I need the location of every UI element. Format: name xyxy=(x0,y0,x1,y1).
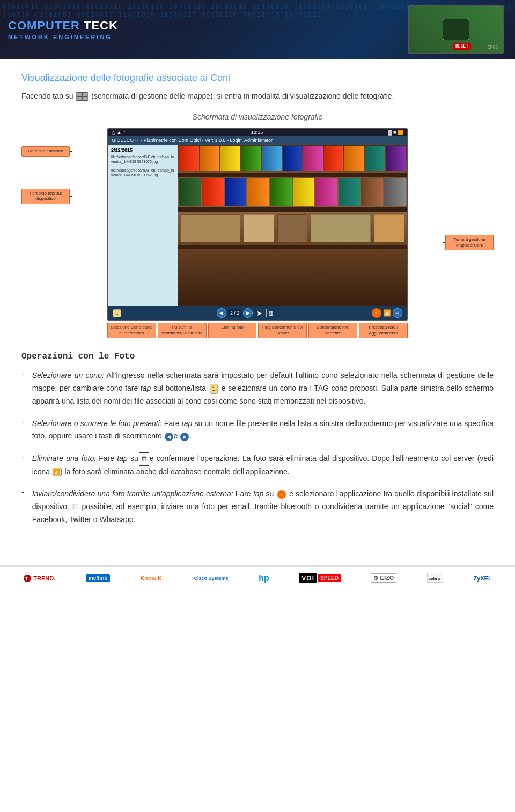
reset-label: RESET xyxy=(453,43,471,50)
device-date: 2/12/2015 xyxy=(111,147,175,153)
book-10 xyxy=(365,146,385,171)
ops-dash-3: - xyxy=(21,452,24,461)
device-time: 18:15 xyxy=(251,130,263,135)
footer-logo-hp: hp xyxy=(259,573,269,583)
callout-pulsanti-scorrimento: Pulsanti di scorrimento delle foto xyxy=(158,323,207,338)
shelf-row-1 xyxy=(178,145,407,177)
footer-speed-label: SPEED xyxy=(318,574,341,582)
device-file-path-2: file:///storage/sdcard0/Pictures/app_inv… xyxy=(111,168,175,177)
operations-section: Operazioni con le Foto - Selezionare un … xyxy=(21,352,494,526)
ops-item-1: - Selezionare un cono: All'ingresso nell… xyxy=(21,369,494,407)
shelf-row-3 xyxy=(178,212,407,249)
inline-share-icon: < xyxy=(277,490,286,499)
ops-label-1: Selezionare un cono: xyxy=(32,371,104,379)
footer-logo-voi: VOISPEED xyxy=(299,573,341,583)
inline-prev-icon: ◀ xyxy=(165,433,173,441)
ops-text-4: Inviare/condividere una foto tramite un'… xyxy=(32,488,494,526)
ops-text-1: Selezionare un cono: All'ingresso nella … xyxy=(32,369,494,407)
footer-logo-know: Know.K. xyxy=(140,575,164,582)
header: 01010011 11001010 11010110 10110100 1001… xyxy=(0,0,515,59)
header-logo: COMPUTER TECK NETWORK ENGINEERING xyxy=(8,19,118,40)
book-11 xyxy=(386,146,406,171)
cono-selector-btn[interactable]: 1 xyxy=(113,309,121,317)
right-icons-group: < 📶 ↩ xyxy=(372,308,402,318)
screenshot-caption: Schermata di visualizzazione fotografie xyxy=(21,113,494,121)
ops-label-4: Inviare/condividere una foto tramite un'… xyxy=(32,489,233,498)
book-23 xyxy=(225,178,246,206)
ops-item-4: - Inviare/condividere una foto tramite u… xyxy=(21,488,494,526)
book-4 xyxy=(241,146,261,171)
inline-next-icon: ▶ xyxy=(180,433,189,441)
footer-logo-eizo: ⊕ EIZO xyxy=(371,573,396,583)
device-status-bar: △ ▲ † 18:15 ▓ ■ 📶 xyxy=(108,129,407,136)
brand-teck: TECK xyxy=(80,19,118,32)
nav-buttons-group: ◀ 2 / 2 ▶ ➤ 🗑 xyxy=(217,308,277,318)
next-btn[interactable]: ▶ xyxy=(243,308,253,318)
svg-text:zebra: zebra xyxy=(429,576,440,581)
share-btn[interactable]: < xyxy=(372,308,381,318)
ops-item-3: - Eliminare una foto: Fare tap su🗑e conf… xyxy=(21,452,494,478)
book-3 xyxy=(220,146,240,171)
callout-elimina-foto: Elimina foto xyxy=(208,323,257,338)
ops-text-2: Selezionare o scorrere le foto presenti:… xyxy=(32,418,494,443)
footer-logo-cisco: Cisco Systems xyxy=(194,576,229,581)
ops-label-3: Eliminare una foto: xyxy=(32,454,96,463)
book-7 xyxy=(303,146,323,171)
main-content: Visualizzazione delle fotografie associa… xyxy=(0,59,515,549)
book-6 xyxy=(283,146,303,171)
page-indicator: 2 / 2 xyxy=(228,309,242,317)
book-24 xyxy=(247,178,269,206)
svg-rect-1 xyxy=(83,93,87,96)
inline-wifi-icon: 📶 xyxy=(52,467,60,478)
ops-item-2: - Selezionare o scorrere le foto present… xyxy=(21,418,494,443)
map-management-icon xyxy=(76,92,88,101)
book-2 xyxy=(200,146,220,171)
book-25 xyxy=(270,178,292,206)
wifi-sync-icon[interactable]: 📶 xyxy=(383,309,391,317)
ops-dash-2: - xyxy=(21,418,24,426)
footer-logo-mclink: mc!link xyxy=(86,574,110,582)
back-btn[interactable]: ↩ xyxy=(393,308,402,318)
prev-btn[interactable]: ◀ xyxy=(217,308,226,318)
device-signal-icons: △ ▲ † xyxy=(112,130,126,135)
footer-logo-zebra: zebra xyxy=(427,573,443,584)
footer-voi-label: VOI xyxy=(299,573,317,583)
device-photo-area xyxy=(178,145,407,306)
chip-graphic xyxy=(443,19,469,40)
book-1 xyxy=(179,146,199,171)
footer-hp-label: hp xyxy=(259,573,269,583)
cmos-label: CMOS xyxy=(488,45,498,50)
trash-btn[interactable]: 🗑 xyxy=(266,309,276,317)
screenshot-section: Data di riferimento Percorso foto sul di… xyxy=(21,128,494,321)
device-bottom-bar[interactable]: 1 ◀ 2 / 2 ▶ ➤ 🗑 < 📶 ↩ xyxy=(108,306,407,320)
inline-trash-icon: 🗑 xyxy=(139,452,149,465)
brand-comp: COMPUTER xyxy=(8,19,80,32)
footer-trend-label: TREND. xyxy=(33,575,55,582)
brand-subtitle: NETWORK ENGINEERING xyxy=(8,34,112,40)
book-30 xyxy=(384,178,406,206)
device-sidebar: 2/12/2015 file:///storage/sdcard0/Pictur… xyxy=(108,145,178,306)
device-screenshot: △ ▲ † 18:15 ▓ ■ 📶 GIOELCOTT - Planimetri… xyxy=(107,128,408,321)
footer-zyxel-label: ZyXEL xyxy=(473,575,491,582)
operations-title: Operazioni con le Foto xyxy=(21,352,494,361)
svg-text:T: T xyxy=(25,576,28,581)
footer: T TREND. mc!link Know.K. Cisco Systems h… xyxy=(0,565,515,590)
navigate-icon[interactable]: ➤ xyxy=(256,309,262,317)
callout-percorso-foto: Percorso foto sul dispositivo xyxy=(21,189,70,204)
callout-flag-allineamento: Flag allineamento col Server xyxy=(258,323,307,338)
book-22 xyxy=(202,178,223,206)
footer-cisco-label: Cisco Systems xyxy=(194,576,229,581)
footer-eizo-label: ⊕ EIZO xyxy=(373,575,394,582)
device-title-bar: GIOELCOTT - Planimetrie con Coni Ottici … xyxy=(108,136,407,145)
bottom-callouts-row: Selezione Cono ottico di riferimento Pul… xyxy=(21,323,494,338)
inline-tag-1-btn[interactable]: 1 xyxy=(210,384,218,394)
book-8 xyxy=(324,146,344,171)
left-callouts: Data di riferimento Percorso foto sul di… xyxy=(21,128,75,321)
brand-name: COMPUTER TECK xyxy=(8,19,118,33)
book-5 xyxy=(262,146,282,171)
callout-torna-gestione: Torna a gestione Mappe e Coni xyxy=(445,235,494,250)
shelf-row-2 xyxy=(178,177,407,212)
ops-label-2: Selezionare o scorrere le foto presenti: xyxy=(32,419,162,428)
right-callouts: Torna a gestione Mappe e Coni xyxy=(440,128,494,321)
footer-logo-zyxel: ZyXEL xyxy=(473,575,491,582)
